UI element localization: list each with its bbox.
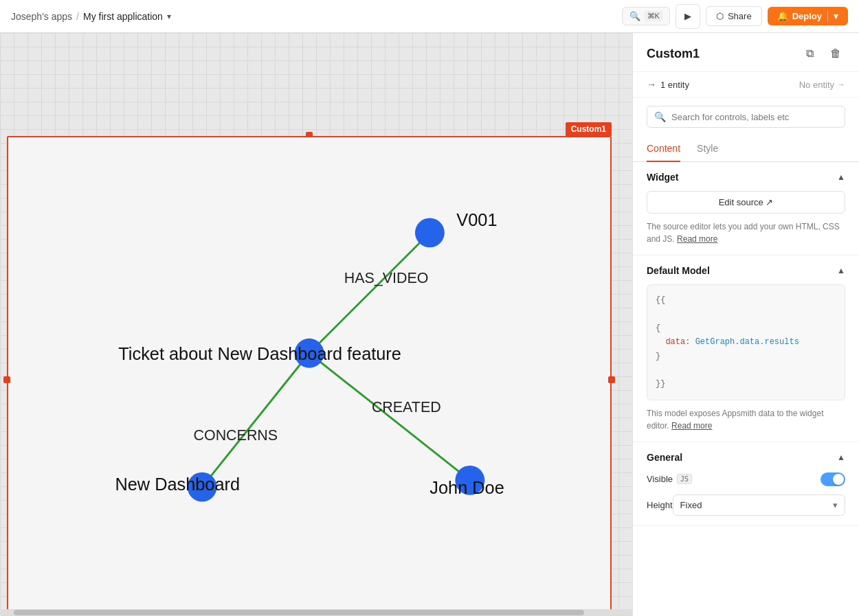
visible-row: Visible JS xyxy=(647,472,845,486)
play-button[interactable]: ▶ xyxy=(676,4,700,29)
panel-header-icons: ⧉ 🗑 xyxy=(800,44,845,63)
graph-svg: HAS_VIDEO CONCERNS CREATED V001 Ticket a… xyxy=(10,152,609,616)
model-description: This model exposes Appsmith data to the … xyxy=(647,407,845,432)
breadcrumb: Joseph's apps / My first application ▾ xyxy=(11,11,616,22)
canvas-hscroll[interactable] xyxy=(0,609,632,616)
height-chevron-icon: ▾ xyxy=(833,500,838,510)
widget-container[interactable]: Custom1 HAS_VIDEO CONCERNS CREATED xyxy=(7,122,612,616)
node-label-dashboard: New Dashboard xyxy=(115,475,240,494)
read-more-link-2[interactable]: Read more xyxy=(671,421,712,431)
no-entity-label: No entity xyxy=(799,80,834,90)
edge-label-created: CREATED xyxy=(372,399,441,415)
entity-right-arrow-icon: → xyxy=(837,80,845,89)
default-model-header[interactable]: Default Model ▲ xyxy=(647,265,845,276)
topbar-actions: 🔍 ⌘K ▶ ⬡ Share 🔔 Deploy ▾ xyxy=(622,4,848,29)
default-model-section: Default Model ▲ {{ { data: GetGraph.data… xyxy=(633,255,859,442)
toggle-thumb xyxy=(833,474,844,485)
panel-search-box[interactable]: 🔍 xyxy=(647,106,845,128)
widget-section-title: Widget xyxy=(647,172,679,183)
source-description: The source editor lets you add your own … xyxy=(647,220,845,245)
height-row: Height Fixed ▾ xyxy=(647,494,845,516)
visible-toggle[interactable] xyxy=(821,472,845,486)
edge-concerns xyxy=(202,353,309,487)
play-icon: ▶ xyxy=(684,11,691,21)
height-label: Height xyxy=(647,500,673,510)
edit-source-button[interactable]: Edit source ↗ xyxy=(647,191,845,214)
delete-button[interactable]: 🗑 xyxy=(826,44,845,63)
duplicate-icon: ⧉ xyxy=(806,47,814,60)
panel-search-icon: 🔍 xyxy=(654,111,666,122)
default-model-chevron-icon: ▲ xyxy=(837,266,845,275)
panel-tabs: Content Style xyxy=(633,136,859,162)
height-select[interactable]: Fixed ▾ xyxy=(673,494,845,516)
entity-left: → 1 entity xyxy=(647,79,689,90)
search-shortcut: ⌘K xyxy=(645,11,662,21)
general-section-header[interactable]: General ▲ xyxy=(647,452,845,463)
topbar: Joseph's apps / My first application ▾ 🔍… xyxy=(0,0,859,33)
share-icon: ⬡ xyxy=(716,11,724,21)
entity-label: 1 entity xyxy=(660,80,689,90)
widget-border: HAS_VIDEO CONCERNS CREATED V001 Ticket a… xyxy=(7,136,612,616)
node-label-ticket: Ticket about New Dashboard feature xyxy=(118,344,401,363)
resize-handle-right[interactable] xyxy=(608,376,615,383)
main-area: Custom1 HAS_VIDEO CONCERNS CREATED xyxy=(0,33,859,616)
general-section: General ▲ Visible JS Height Fixed ▾ xyxy=(633,442,859,526)
canvas-hscroll-thumb[interactable] xyxy=(14,610,584,615)
panel-header: Custom1 ⧉ 🗑 xyxy=(633,33,859,72)
search-icon: 🔍 xyxy=(629,11,640,21)
edge-has-video xyxy=(309,233,430,353)
general-section-title: General xyxy=(647,452,682,463)
deploy-button[interactable]: 🔔 Deploy ▾ xyxy=(768,7,848,25)
widget-section-header[interactable]: Widget ▲ xyxy=(647,172,845,183)
js-badge[interactable]: JS xyxy=(677,474,692,484)
entity-row: → 1 entity No entity → xyxy=(633,72,859,98)
edge-label-concerns: CONCERNS xyxy=(194,427,278,444)
tab-style[interactable]: Style xyxy=(697,136,718,162)
general-chevron-icon: ▲ xyxy=(837,453,845,462)
trash-icon: 🗑 xyxy=(830,47,841,60)
duplicate-button[interactable]: ⧉ xyxy=(800,44,819,63)
search-button[interactable]: 🔍 ⌘K xyxy=(622,7,670,25)
chevron-down-icon[interactable]: ▾ xyxy=(167,12,171,21)
breadcrumb-separator: / xyxy=(76,11,79,22)
node-label-v001: V001 xyxy=(456,210,497,229)
edge-created xyxy=(309,353,470,480)
panel-search-input[interactable] xyxy=(671,112,838,122)
canvas-area: Custom1 HAS_VIDEO CONCERNS CREATED xyxy=(0,33,632,616)
node-v001[interactable] xyxy=(415,218,445,247)
page-name: My first application xyxy=(83,11,163,22)
entity-right[interactable]: No entity → xyxy=(799,80,845,90)
default-model-title: Default Model xyxy=(647,265,710,276)
app-name[interactable]: Joseph's apps xyxy=(11,11,72,22)
widget-label: Custom1 xyxy=(566,122,612,136)
visible-label: Visible JS xyxy=(647,474,692,484)
deploy-chevron-icon[interactable]: ▾ xyxy=(827,11,838,21)
panel-title: Custom1 xyxy=(647,47,700,61)
entity-arrow-icon: → xyxy=(647,79,656,90)
resize-handle-left[interactable] xyxy=(3,376,10,383)
read-more-link-1[interactable]: Read more xyxy=(677,234,717,244)
node-label-johndoe: John Doe xyxy=(430,478,504,497)
right-panel: Custom1 ⧉ 🗑 → 1 entity No entity → xyxy=(632,33,859,616)
widget-section: Widget ▲ Edit source ↗ The source editor… xyxy=(633,162,859,255)
bell-icon: 🔔 xyxy=(777,11,788,21)
share-button[interactable]: ⬡ Share xyxy=(706,6,762,26)
tab-content[interactable]: Content xyxy=(647,136,680,162)
code-block[interactable]: {{ { data: GetGraph.data.results } }} xyxy=(647,284,845,400)
edge-label-has-video: HAS_VIDEO xyxy=(344,270,429,286)
widget-chevron-icon: ▲ xyxy=(837,172,845,182)
